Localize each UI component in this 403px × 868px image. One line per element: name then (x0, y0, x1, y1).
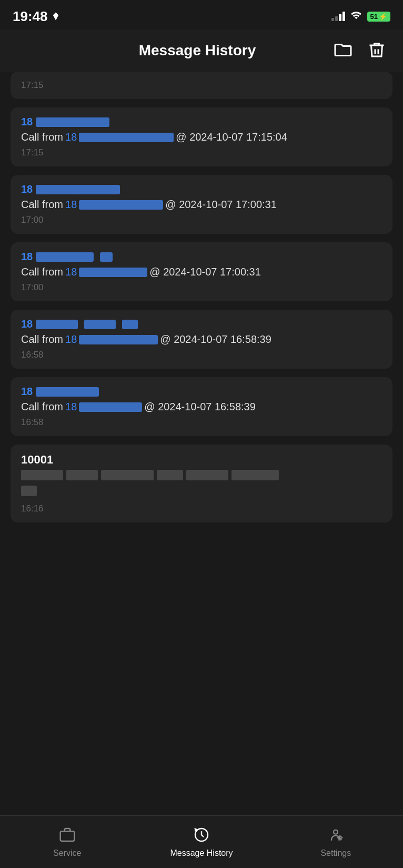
folder-button[interactable] (331, 38, 355, 63)
redacted-content (36, 387, 99, 397)
list-item[interactable]: 10001 16:16 (11, 445, 392, 522)
battery-level: 51 (370, 13, 378, 21)
svg-rect-0 (60, 831, 74, 841)
message-sender: 18 (21, 318, 382, 330)
signal-icon (331, 12, 345, 21)
message-body: Call from 18 @ 2024-10-07 17:00:31 (21, 199, 382, 211)
redacted-content (186, 470, 228, 480)
message-sender: 18 (21, 116, 382, 128)
settings-label: Settings (320, 849, 351, 858)
redacted-content (21, 486, 37, 496)
message-time: 16:58 (21, 350, 382, 360)
sidebar-item-message-history[interactable]: Message History (134, 816, 268, 868)
list-item[interactable]: 18 Call from 18 @ 2024-10-07 17:15:04 17… (11, 107, 392, 166)
message-time: 17:00 (21, 282, 382, 293)
redacted-content (122, 320, 138, 329)
message-sender: 18 (21, 183, 382, 195)
message-list: 17:15 18 Call from 18 @ 2024-10-07 17:15… (0, 72, 403, 815)
battery-icon: 51 ⚡ (367, 12, 390, 22)
message-history-label: Message History (170, 849, 233, 858)
redacted-content (36, 252, 94, 262)
status-icons: 51 ⚡ (331, 11, 390, 23)
header-actions (331, 38, 388, 63)
message-sender: 10001 (21, 453, 382, 467)
status-time: 19:48 (13, 8, 61, 25)
status-bar: 19:48 51 ⚡ (0, 0, 403, 29)
message-time: 17:00 (21, 215, 382, 225)
redacted-content (157, 470, 183, 480)
message-body (21, 470, 382, 498)
list-item[interactable]: 18 Call from 18 @ 2024-10-07 16:58:39 16… (11, 310, 392, 369)
page-header: Message History (0, 29, 403, 72)
redacted-content (36, 117, 109, 127)
redacted-content (36, 320, 78, 329)
redacted-content (101, 470, 154, 480)
redacted-content (79, 335, 158, 344)
redacted-content (79, 268, 147, 277)
sidebar-item-service[interactable]: Service (0, 816, 134, 868)
message-time: 16:16 (21, 504, 382, 514)
list-item[interactable]: 18 Call from 18 @ 2024-10-07 16:58:39 16… (11, 377, 392, 436)
message-time: 16:58 (21, 417, 382, 428)
list-item[interactable]: 18 Call from 18 @ 2024-10-07 17:00:31 17… (11, 175, 392, 234)
message-body: Call from 18 @ 2024-10-07 16:58:39 (21, 333, 382, 346)
message-sender: 18 (21, 386, 382, 398)
redacted-content (231, 470, 279, 480)
message-sender: 18 (21, 251, 382, 263)
service-label: Service (53, 849, 81, 858)
redacted-content (21, 470, 63, 480)
trash-icon (367, 41, 386, 60)
redacted-content (79, 200, 163, 210)
bottom-navigation: Service Message History Settings (0, 815, 403, 868)
svg-point-3 (334, 830, 338, 834)
redacted-content (100, 252, 113, 262)
list-item[interactable]: 18 Call from 18 @ 2024-10-07 17:00:31 17… (11, 242, 392, 301)
list-item[interactable]: 17:15 (11, 72, 392, 99)
settings-icon (327, 826, 344, 845)
message-body: Call from 18 @ 2024-10-07 17:00:31 (21, 266, 382, 278)
folder-icon (334, 41, 352, 60)
message-time: 17:15 (21, 147, 382, 158)
service-icon (59, 826, 76, 845)
redacted-content (84, 320, 116, 329)
message-body: Call from 18 @ 2024-10-07 17:15:04 (21, 131, 382, 143)
redacted-content (79, 402, 142, 412)
wifi-icon (350, 11, 362, 23)
redacted-content (79, 133, 174, 142)
message-body: Call from 18 @ 2024-10-07 16:58:39 (21, 401, 382, 413)
page-title: Message History (63, 42, 331, 59)
message-history-icon (193, 826, 210, 845)
time-display: 19:48 (13, 8, 48, 25)
sidebar-item-settings[interactable]: Settings (269, 816, 403, 868)
delete-button[interactable] (365, 38, 388, 63)
location-icon (51, 12, 61, 21)
message-time: 17:15 (21, 80, 382, 91)
redacted-content (66, 470, 98, 480)
redacted-content (36, 185, 120, 194)
